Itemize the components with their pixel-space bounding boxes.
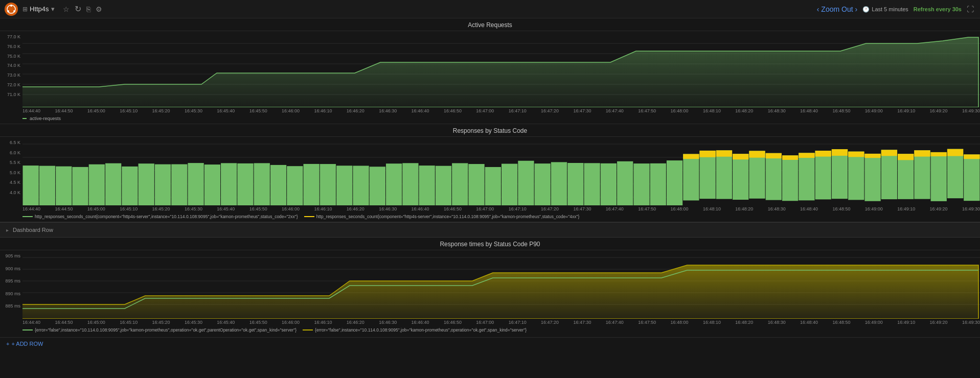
svg-rect-63 [733, 154, 748, 159]
responses-status-x-axis: 16:44:40 16:44:50 16:45:00 16:45:10 16:4… [0, 205, 980, 212]
star-icon[interactable]: ☆ [63, 5, 70, 13]
active-requests-chart-area [22, 33, 980, 107]
svg-rect-36 [353, 166, 369, 205]
svg-rect-18 [56, 167, 72, 205]
svg-rect-68 [782, 155, 798, 201]
svg-rect-61 [716, 150, 732, 156]
svg-rect-78 [864, 154, 880, 201]
dashboard-title-group[interactable]: ⊞ Http4s ▾ [22, 5, 55, 13]
response-times-chart-area [22, 252, 980, 319]
nav-icons: ☆ ↻ ⎘ ⚙ [63, 4, 102, 14]
legend-line-4xx [304, 216, 314, 217]
svg-rect-83 [898, 154, 914, 160]
svg-rect-39 [402, 163, 418, 205]
svg-rect-45 [502, 164, 517, 205]
svg-rect-16 [23, 166, 39, 205]
add-icon: + [6, 341, 9, 347]
add-row-label: + ADD ROW [11, 341, 43, 347]
svg-rect-60 [716, 150, 732, 199]
response-times-body: 905 ms 900 ms 895 ms 890 ms 885 ms [0, 250, 980, 319]
svg-rect-57 [683, 154, 699, 159]
settings-icon[interactable]: ⚙ [96, 5, 102, 13]
svg-rect-59 [700, 151, 716, 157]
zoom-out-label: Zoom Out [821, 5, 853, 13]
svg-rect-19 [72, 167, 88, 205]
active-requests-body: 77.0 K 76.0 K 75.0 K 74.0 K 73.0 K 72.0 … [0, 31, 980, 107]
svg-rect-35 [336, 166, 352, 205]
svg-rect-43 [468, 164, 484, 205]
svg-rect-55 [667, 160, 682, 205]
active-requests-svg [22, 33, 980, 107]
svg-rect-28 [221, 163, 237, 205]
svg-rect-81 [881, 150, 897, 156]
responses-status-panel: Responses by Status Code 6.5 K 6.0 K 5.5… [0, 124, 980, 222]
responses-status-svg [22, 139, 980, 205]
svg-rect-25 [171, 164, 187, 205]
dashboard-row-header[interactable]: ▸ Dashboard Row [0, 222, 980, 238]
nav-right-controls: ‹ Zoom Out › 🕐 Last 5 minutes Refresh ev… [817, 0, 974, 18]
svg-rect-58 [700, 151, 716, 199]
dropdown-icon[interactable]: ▾ [51, 5, 55, 13]
svg-rect-29 [237, 163, 253, 205]
response-times-y-axis: 905 ms 900 ms 895 ms 890 ms 885 ms [0, 252, 22, 319]
responses-status-y-axis: 6.5 K 6.0 K 5.5 K 5.0 K 4.5 K 4.0 K [0, 139, 22, 205]
svg-rect-20 [89, 164, 105, 205]
time-range-label: Last 5 minutes [872, 6, 908, 12]
svg-rect-31 [270, 165, 286, 205]
legend-line-green-p90 [22, 329, 33, 330]
svg-rect-22 [122, 167, 138, 205]
response-times-svg [22, 252, 980, 319]
svg-rect-72 [815, 151, 831, 199]
refresh-label[interactable]: Refresh every 30s [914, 6, 962, 12]
response-times-legend: {error="false",instance="10.114.0.108:90… [0, 326, 980, 335]
response-times-x-axis: 16:44:40 16:44:50 16:45:00 16:45:10 16:4… [0, 319, 980, 326]
svg-rect-33 [303, 164, 319, 205]
svg-rect-67 [766, 153, 782, 158]
top-nav: ⊞ Http4s ▾ ☆ ↻ ⎘ ⚙ ‹ Zoom Out › 🕐 Last 5… [0, 0, 980, 18]
active-requests-y-axis: 77.0 K 76.0 K 75.0 K 74.0 K 73.0 K 72.0 … [0, 33, 22, 107]
add-row-button[interactable]: + + ADD ROW [0, 337, 980, 351]
legend-label-4xx: http_responses_seconds_count{component="… [316, 214, 580, 219]
svg-rect-64 [749, 151, 765, 198]
expand-icon[interactable]: ⛶ [967, 5, 974, 13]
svg-point-0 [5, 3, 18, 16]
responses-status-legend: http_responses_seconds_count{component="… [0, 212, 980, 222]
svg-rect-80 [881, 150, 897, 199]
svg-rect-26 [188, 163, 203, 205]
zoom-left-icon: ‹ [817, 5, 819, 13]
time-range-control[interactable]: 🕐 Last 5 minutes [862, 6, 908, 13]
svg-rect-62 [733, 154, 748, 200]
svg-rect-73 [815, 151, 831, 157]
zoom-right-icon: › [855, 5, 858, 13]
svg-rect-77 [848, 152, 864, 157]
zoom-out-control[interactable]: ‹ Zoom Out › [817, 5, 858, 13]
active-requests-panel: Active Requests 77.0 K 76.0 K 75.0 K 74.… [0, 18, 980, 124]
svg-rect-88 [947, 149, 963, 198]
svg-rect-47 [535, 163, 551, 205]
svg-rect-53 [633, 163, 649, 205]
svg-rect-23 [139, 163, 154, 205]
collapse-row-icon[interactable]: ▸ [6, 227, 9, 233]
share-icon[interactable]: ⎘ [86, 5, 90, 13]
svg-point-3 [13, 10, 15, 12]
response-times-title: Response times by Status Code P90 [0, 238, 980, 250]
response-times-panel: Response times by Status Code P90 905 ms… [0, 238, 980, 335]
svg-rect-90 [964, 154, 979, 201]
legend-line-2xx [22, 216, 33, 217]
svg-rect-70 [799, 153, 814, 200]
active-requests-title: Active Requests [0, 18, 980, 31]
svg-rect-40 [419, 166, 435, 205]
legend-dot [22, 118, 27, 119]
svg-rect-46 [518, 161, 534, 205]
grafana-logo[interactable] [4, 2, 18, 16]
svg-rect-52 [617, 161, 633, 205]
svg-rect-54 [650, 163, 666, 205]
legend-label-green-p90: {error="false",instance="10.114.0.108:90… [35, 327, 297, 333]
active-requests-x-axis: 16:44:40 16:44:50 16:45:00 16:45:10 16:4… [0, 107, 980, 114]
svg-rect-65 [749, 151, 765, 157]
clock-icon: 🕐 [862, 6, 870, 13]
svg-rect-87 [931, 152, 947, 156]
svg-rect-71 [799, 153, 814, 158]
svg-rect-21 [105, 163, 121, 205]
refresh-nav-icon[interactable]: ↻ [75, 4, 81, 14]
